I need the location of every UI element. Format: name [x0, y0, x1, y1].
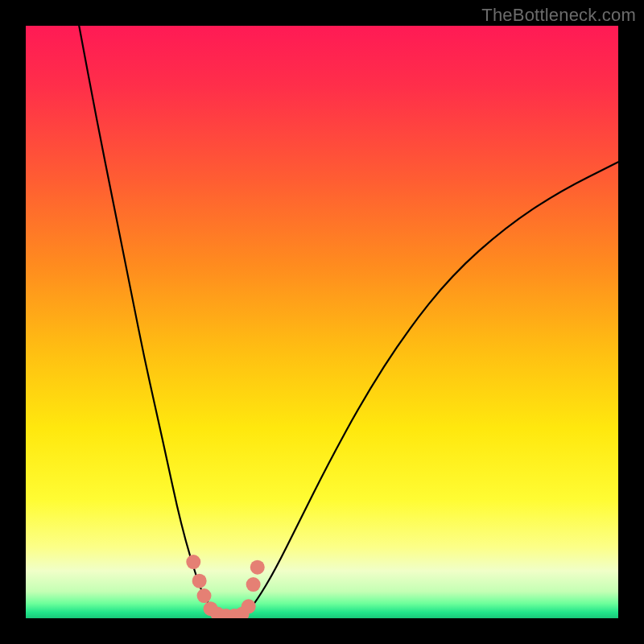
curve-layer — [26, 26, 618, 618]
valley-dot — [186, 555, 200, 569]
plot-area — [26, 26, 618, 618]
watermark-text: TheBottleneck.com — [481, 5, 636, 26]
valley-dot — [250, 560, 265, 575]
curve-left-branch — [79, 26, 218, 615]
valley-dots-group — [186, 555, 264, 618]
valley-dot — [192, 574, 207, 588]
valley-dot — [246, 577, 261, 592]
valley-dot — [242, 599, 256, 613]
outer-frame: TheBottleneck.com — [0, 0, 644, 644]
curve-right-branch — [245, 162, 618, 615]
valley-dot — [197, 588, 212, 603]
